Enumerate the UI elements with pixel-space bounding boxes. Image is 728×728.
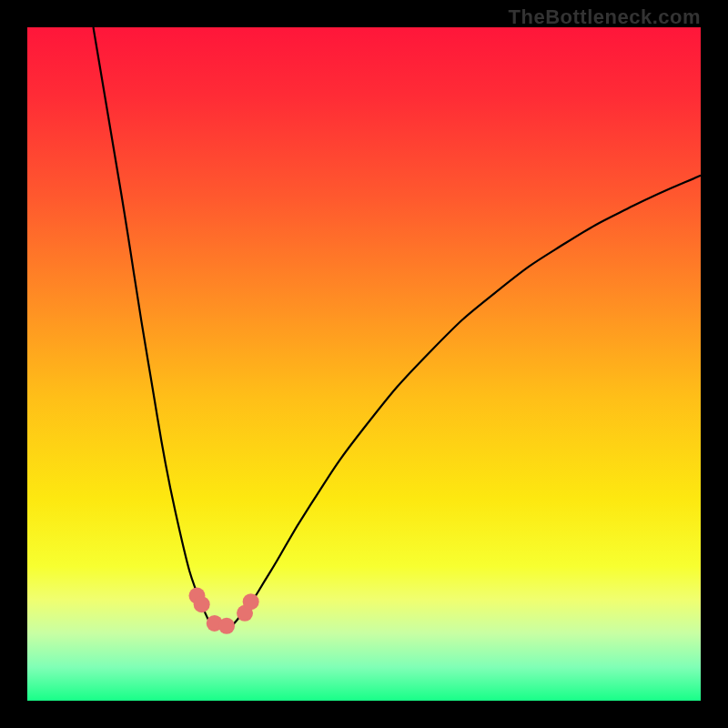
bottleneck-curve-layer [27, 27, 701, 701]
curve-marker [243, 593, 259, 610]
bottleneck-curve [94, 27, 701, 627]
curve-markers [188, 588, 258, 634]
branding-text: TheBottleneck.com [509, 5, 701, 29]
curve-marker [218, 618, 235, 634]
curve-marker [194, 596, 210, 612]
chart-frame [27, 27, 701, 701]
